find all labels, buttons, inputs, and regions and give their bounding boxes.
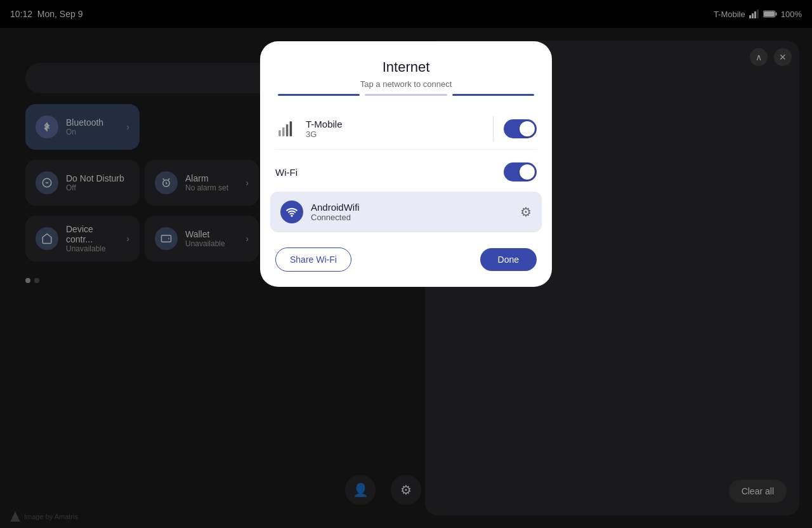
network-status: Connected xyxy=(311,213,520,222)
mobile-row: T-Mobile 3G xyxy=(275,109,537,150)
network-settings-icon[interactable]: ⚙ xyxy=(520,204,532,220)
mobile-section: T-Mobile 3G xyxy=(260,109,552,150)
network-info: AndroidWifi Connected xyxy=(311,202,520,222)
modal-footer: Share Wi-Fi Done xyxy=(260,235,552,274)
svg-rect-18 xyxy=(290,121,292,136)
mobile-toggle[interactable] xyxy=(504,119,537,138)
svg-point-19 xyxy=(291,215,292,216)
mobile-toggle-knob xyxy=(520,121,535,136)
tab-line-2 xyxy=(365,94,447,96)
tab-line-3 xyxy=(452,94,534,96)
share-wifi-button[interactable]: Share Wi-Fi xyxy=(275,248,351,272)
tab-line-1 xyxy=(278,94,360,96)
modal-subtitle: Tap a network to connect xyxy=(260,79,552,89)
section-divider xyxy=(493,116,494,142)
mobile-carrier-name: T-Mobile xyxy=(306,119,483,129)
done-button[interactable]: Done xyxy=(480,248,537,271)
svg-rect-15 xyxy=(278,130,281,136)
internet-modal: Internet Tap a network to connect T-Mobi… xyxy=(260,41,552,287)
svg-rect-16 xyxy=(282,128,285,136)
svg-rect-17 xyxy=(286,124,289,136)
wifi-row: Wi-Fi xyxy=(260,155,552,189)
network-wifi-icon xyxy=(280,201,303,223)
wifi-toggle-knob xyxy=(520,164,535,180)
network-name: AndroidWifi xyxy=(311,202,520,213)
mobile-type: 3G xyxy=(306,129,483,139)
connected-network-row[interactable]: AndroidWifi Connected ⚙ xyxy=(270,192,542,232)
modal-title: Internet xyxy=(260,59,552,76)
wifi-label: Wi-Fi xyxy=(275,167,504,178)
mobile-signal-icon xyxy=(275,117,298,140)
mobile-info: T-Mobile 3G xyxy=(306,119,483,139)
wifi-toggle[interactable] xyxy=(504,162,537,182)
modal-tab-bar xyxy=(260,94,552,96)
